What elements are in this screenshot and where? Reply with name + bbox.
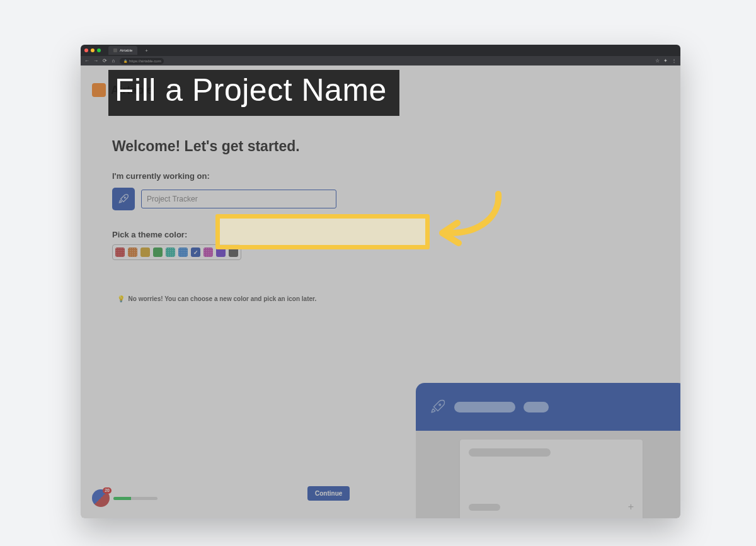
preview-card: + — [460, 440, 643, 518]
nav-home-icon[interactable]: ⌂ — [111, 59, 116, 64]
pick-theme-label: Pick a theme color: — [112, 230, 377, 239]
rocket-icon — [118, 193, 129, 205]
placeholder-pill — [524, 402, 549, 412]
lightbulb-icon: 💡 — [117, 295, 125, 302]
svg-point-1 — [439, 404, 441, 406]
progress-bar — [113, 497, 158, 500]
continue-button[interactable]: Continue — [307, 486, 350, 501]
browser-addressbar: ← → ⟳ ⌂ 🔒 https://airtable.com ☆ ✦ ⋮ — [81, 56, 680, 65]
theme-swatch[interactable] — [178, 247, 188, 257]
rocket-icon — [430, 399, 446, 415]
traffic-close-icon[interactable] — [84, 48, 88, 52]
hint-text: 💡 No worries! You can choose a new color… — [117, 295, 377, 302]
url-field[interactable]: 🔒 https://airtable.com — [120, 58, 164, 64]
nav-forward-icon[interactable]: → — [93, 59, 98, 64]
badge-count: 20 — [103, 487, 112, 494]
project-icon-button[interactable] — [112, 188, 135, 210]
progress-group: 20 — [92, 489, 158, 507]
theme-swatch[interactable] — [191, 247, 200, 257]
placeholder-line — [469, 504, 500, 511]
lock-icon: 🔒 — [123, 59, 127, 63]
working-on-label: I'm currently working on: — [112, 171, 377, 181]
bookmark-icon[interactable]: ☆ — [655, 58, 660, 64]
progress-badge-icon[interactable]: 20 — [92, 489, 110, 507]
menu-icon[interactable]: ⋮ — [672, 58, 677, 64]
plus-icon: + — [628, 501, 634, 513]
theme-swatch[interactable] — [166, 247, 175, 257]
preview-illustration: + — [416, 383, 680, 518]
theme-swatch[interactable] — [115, 247, 125, 257]
welcome-heading: Welcome! Let's get started. — [112, 138, 377, 155]
annotation-title: Fill a Project Name — [108, 70, 399, 116]
theme-swatch[interactable] — [229, 247, 238, 257]
placeholder-pill — [454, 402, 515, 412]
svg-point-0 — [124, 197, 125, 198]
favicon-icon — [113, 48, 117, 52]
url-text: https://airtable.com — [129, 59, 161, 63]
new-tab-button[interactable]: + — [145, 48, 148, 54]
theme-swatch[interactable] — [203, 247, 213, 257]
placeholder-line — [469, 448, 551, 457]
theme-swatch[interactable] — [153, 247, 163, 257]
browser-tab[interactable]: Airtable — [108, 46, 137, 55]
page-body: Airtable Welcome! Let's get started. I'm… — [81, 65, 680, 518]
project-name-input[interactable] — [141, 190, 336, 208]
theme-swatch[interactable] — [140, 247, 150, 257]
theme-palette — [112, 244, 241, 260]
nav-back-icon[interactable]: ← — [84, 59, 89, 64]
traffic-minimize-icon[interactable] — [91, 48, 94, 52]
brand-logo-icon — [92, 83, 106, 97]
browser-tabbar: Airtable + — [81, 45, 680, 56]
traffic-zoom-icon[interactable] — [97, 48, 101, 52]
nav-reload-icon[interactable]: ⟳ — [102, 59, 107, 64]
extensions-icon[interactable]: ✦ — [663, 58, 668, 64]
theme-swatch[interactable] — [128, 247, 137, 257]
tab-title: Airtable — [120, 48, 132, 52]
theme-swatch[interactable] — [216, 247, 226, 257]
